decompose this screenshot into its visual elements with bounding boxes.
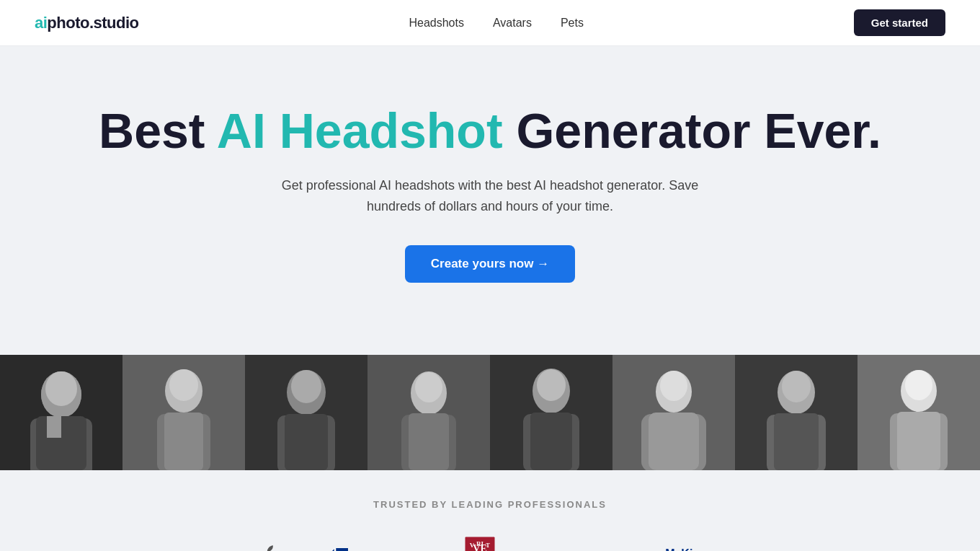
portrait-svg-1 — [0, 355, 122, 470]
svg-point-10 — [169, 369, 198, 401]
logo-rest-text: photo.studio — [47, 14, 138, 32]
nav-link-avatars[interactable]: Avatars — [493, 17, 532, 29]
mckinsey-text: McKinsey — [660, 547, 724, 551]
portrait-svg-2 — [122, 355, 245, 470]
chase-logo-icon — [322, 548, 348, 551]
svg-rect-26 — [530, 413, 572, 470]
trusted-label: TRUSTED BY LEADING PROFESSIONALS — [35, 499, 945, 510]
chase-logo: CHASE ◊ — [322, 548, 415, 551]
portrait-svg-3 — [245, 355, 368, 470]
portrait-svg-7 — [735, 355, 858, 470]
hero-subtitle: Get professional AI headshots with the b… — [267, 175, 713, 217]
photo-cell-6 — [612, 355, 735, 470]
svg-text:RI: RI — [476, 540, 484, 547]
photo-cell-2 — [122, 355, 245, 470]
apple-logo — [256, 545, 279, 551]
svg-point-25 — [537, 369, 566, 401]
nike-logo — [545, 542, 617, 551]
svg-text:T: T — [486, 542, 490, 549]
svg-point-40 — [905, 370, 932, 400]
svg-rect-16 — [285, 414, 328, 470]
svg-rect-11 — [164, 413, 203, 470]
create-yours-button[interactable]: Create yours now → — [405, 245, 575, 283]
portrait-svg-6 — [612, 355, 735, 470]
get-started-button[interactable]: Get started — [854, 9, 945, 36]
hero-title-generator: Generator Ever. — [516, 103, 881, 158]
photo-cell-1 — [0, 355, 122, 470]
svg-rect-6 — [47, 416, 61, 438]
svg-point-35 — [782, 371, 811, 402]
logos-row: CHASE ◊ VE RI V T RI HARVARD UNIVERSITY … — [35, 536, 945, 551]
photo-strip — [0, 326, 980, 470]
svg-point-15 — [291, 370, 321, 403]
svg-text:V: V — [470, 542, 475, 549]
photo-cell-4 — [368, 355, 490, 470]
svg-point-20 — [415, 372, 442, 402]
svg-rect-21 — [409, 413, 449, 470]
photo-cell-3 — [245, 355, 368, 470]
logo[interactable]: ai photo.studio — [35, 14, 139, 32]
mckinsey-logo: McKinsey & Company — [660, 547, 724, 551]
hero-title-ai: AI — [217, 103, 280, 158]
nav-link-headshots[interactable]: Headshots — [409, 17, 464, 29]
apple-logo-svg — [256, 545, 279, 551]
photo-cell-5 — [490, 355, 612, 470]
svg-rect-31 — [649, 413, 699, 470]
harvard-shield-svg: VE RI V T RI — [464, 536, 496, 551]
trusted-section: TRUSTED BY LEADING PROFESSIONALS CHASE ◊… — [0, 470, 980, 551]
photo-cell-8 — [858, 355, 980, 470]
nav-link-pets[interactable]: Pets — [561, 17, 584, 29]
hero-title: Best AI Headshot Generator Ever. — [35, 104, 945, 158]
navbar: ai photo.studio Headshots Avatars Pets G… — [0, 0, 980, 46]
portrait-svg-8 — [858, 355, 980, 470]
nike-swoosh-svg — [545, 542, 617, 551]
hero-title-best: Best — [99, 103, 217, 158]
svg-rect-41 — [897, 412, 940, 470]
hero-title-headshot: Headshot — [280, 103, 503, 158]
nav-links: Headshots Avatars Pets — [409, 17, 583, 30]
portrait-svg-5 — [490, 355, 612, 470]
svg-rect-36 — [774, 413, 819, 470]
photo-cell-7 — [735, 355, 858, 470]
logo-ai-text: ai — [35, 14, 47, 32]
svg-point-30 — [660, 371, 687, 401]
portrait-svg-4 — [368, 355, 490, 470]
hero-section: Best AI Headshot Generator Ever. Get pro… — [0, 46, 980, 326]
svg-point-4 — [45, 371, 77, 406]
harvard-logo: VE RI V T RI HARVARD UNIVERSITY — [458, 536, 502, 551]
